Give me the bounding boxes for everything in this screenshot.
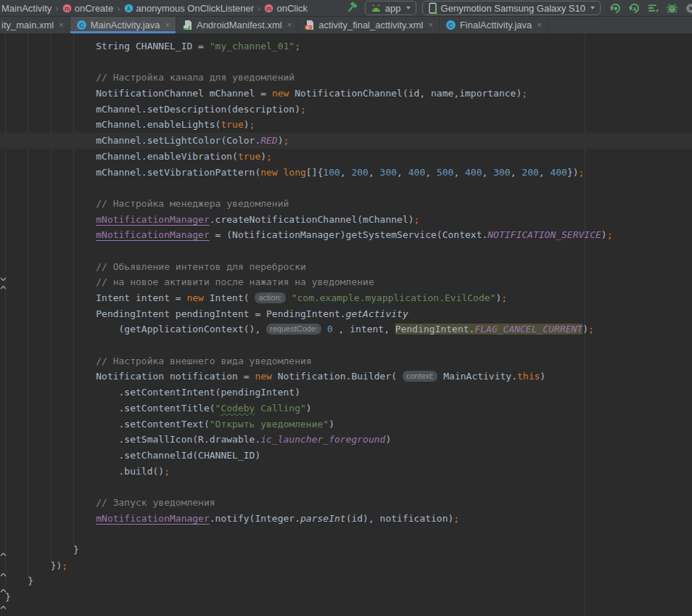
anonymous-class-icon: λ [124, 4, 133, 13]
breadcrumb-label: onClick [276, 3, 308, 14]
svg-text:λ: λ [126, 4, 131, 12]
svg-text:C: C [79, 22, 84, 29]
code-line[interactable]: } [5, 542, 692, 558]
code-line[interactable]: mNotificationManager.notify(Integer.pars… [5, 511, 692, 527]
chevron-down-icon [406, 7, 411, 9]
tab-activity_final_acttivity.xml[interactable]: activity_final_acttivity.xml× [298, 17, 440, 33]
main-toolbar: MainActivity›monCreate›λanonymous OnClic… [0, 0, 692, 17]
run-config-label: app [385, 3, 401, 14]
tab-MainActivity.java[interactable]: CMainActivity.java× [70, 17, 176, 33]
code-line[interactable]: // Обьявление интентов для переброски [5, 259, 692, 275]
apply-code-changes-icon[interactable]: A [628, 2, 640, 15]
code-line[interactable] [5, 479, 692, 495]
code-line[interactable]: // на новое активити после нажатия на ув… [5, 274, 692, 290]
tab-label: activity_final_acttivity.xml [318, 20, 423, 30]
run-config-select[interactable]: app [365, 1, 416, 15]
svg-text:m: m [65, 4, 70, 12]
breadcrumb-label: onCreate [75, 3, 113, 14]
code-line[interactable]: }); [5, 558, 692, 574]
code-line[interactable]: PendingIntent pendingIntent = PendingInt… [5, 306, 692, 322]
close-icon[interactable]: × [165, 21, 170, 29]
parameter-hint: action: [255, 292, 285, 303]
code-line[interactable] [5, 180, 692, 196]
code-line[interactable]: mChannel.setDescription(description); [5, 102, 692, 118]
code-line[interactable]: mNotificationManager.createNotificationC… [5, 212, 692, 228]
code-line[interactable] [5, 54, 692, 70]
java-class-icon: C [445, 20, 456, 30]
code-line[interactable]: .build(); [5, 464, 692, 480]
svg-text:MF: MF [184, 25, 189, 29]
code-line[interactable]: // Настройка внешнего вида уведомления [5, 353, 692, 369]
breadcrumb-label: anonymous OnClickListener [136, 3, 255, 14]
fold-marker-icon[interactable] [0, 546, 7, 551]
parameter-hint: context: [403, 371, 438, 382]
svg-text:C: C [448, 22, 453, 29]
code-line[interactable] [5, 526, 692, 542]
fold-marker-icon[interactable] [0, 271, 7, 276]
breadcrumb-separator: › [257, 3, 261, 14]
fold-marker-icon[interactable] [0, 583, 7, 587]
editor[interactable]: String CHANNEL_ID = "my_channel_01"; // … [0, 33, 692, 616]
tab-label: ity_main.xml [1, 20, 54, 30]
java-class-icon: C [76, 20, 87, 30]
code-line[interactable]: (getApplicationContext(), requestCode: 0… [5, 321, 692, 337]
code-line[interactable] [5, 243, 692, 259]
code-line[interactable]: NotificationChannel mChannel = new Notif… [5, 86, 692, 102]
breadcrumb-item[interactable]: λanonymous OnClickListener [124, 3, 255, 14]
code-line[interactable]: .setSmallIcon(R.drawable.ic_launcher_for… [5, 432, 692, 448]
phone-icon [428, 2, 437, 15]
apply-changes-restart-icon[interactable] [609, 2, 622, 15]
fold-marker-icon[interactable] [0, 599, 7, 604]
code-line[interactable]: Notification notification = new Notifica… [5, 369, 692, 385]
code-line[interactable]: .setContentTitle("Codeby Calling") [5, 401, 692, 416]
code-line[interactable]: mChannel.enableLights(true); [5, 117, 692, 133]
code-line[interactable]: } [5, 573, 692, 589]
code-line[interactable]: // Настройка менеджера уведомлений [5, 196, 692, 212]
code-line[interactable] [5, 337, 692, 353]
breadcrumb-separator: › [116, 3, 120, 14]
code-line[interactable]: } [5, 589, 692, 605]
build-hammer-icon[interactable] [345, 1, 359, 15]
close-icon[interactable]: × [428, 21, 432, 29]
breadcrumb-item[interactable]: monCreate [62, 3, 113, 14]
attach-debugger-icon[interactable] [685, 2, 692, 15]
method-icon: m [264, 4, 273, 13]
fold-marker-icon[interactable] [0, 279, 7, 284]
tab-label: FinalActtivity.java [460, 20, 532, 30]
code-line[interactable]: mChannel.setVibrationPattern(new long[]{… [5, 165, 692, 181]
code-line[interactable]: Intent intent = new Intent( action: "com… [5, 290, 692, 306]
tab-ity_main.xml[interactable]: ity_main.xml× [0, 17, 70, 33]
editor-tabs: ity_main.xml×CMainActivity.java×MFAndroi… [0, 17, 692, 33]
toolbar-actions: A [609, 2, 692, 15]
code-line[interactable]: .setContentText("Открыть уведомление") [5, 416, 692, 432]
tab-label: AndroidManifest.xml [197, 20, 282, 30]
tab-AndroidManifest.xml[interactable]: MFAndroidManifest.xml× [176, 17, 298, 33]
chevron-down-icon [590, 7, 595, 9]
code-area[interactable]: String CHANNEL_ID = "my_channel_01"; // … [5, 38, 692, 605]
close-icon[interactable]: × [537, 21, 541, 29]
device-label: Genymotion Samsung Galaxy S10 [441, 3, 585, 14]
close-icon[interactable]: × [59, 21, 63, 29]
android-icon [371, 4, 382, 12]
close-icon[interactable]: × [287, 21, 292, 29]
breadcrumb-label: MainActivity [1, 3, 52, 14]
profiler-icon[interactable] [647, 2, 659, 15]
code-line[interactable]: // Настройка канала для уведомлений [5, 70, 692, 86]
breadcrumb-separator: › [54, 3, 59, 14]
code-line[interactable]: mNotificationManager = (NotificationMana… [5, 227, 692, 243]
fold-marker-icon[interactable] [0, 567, 7, 571]
toolbar-right: app Genymotion Samsung Galaxy S10 A [345, 1, 692, 15]
tab-FinalActtivity.java[interactable]: CFinalActtivity.java× [440, 17, 548, 33]
code-line[interactable]: mChannel.setLightColor(Color.RED); [0, 133, 692, 149]
code-line[interactable]: .setChannelId(CHANNEL_ID) [5, 448, 692, 464]
code-line[interactable]: String CHANNEL_ID = "my_channel_01"; [5, 38, 692, 54]
breadcrumb-item[interactable]: MainActivity [1, 3, 52, 14]
code-line[interactable]: mChannel.enableVibration(true); [5, 149, 692, 165]
code-line[interactable]: .setContentIntent(pendingIntent) [5, 385, 692, 401]
code-line[interactable]: // Запуск уведомления [5, 495, 692, 511]
debug-icon[interactable] [666, 2, 678, 15]
breadcrumb-item[interactable]: monClick [264, 3, 308, 14]
device-select[interactable]: Genymotion Samsung Galaxy S10 [422, 1, 601, 15]
method-icon: m [62, 4, 72, 13]
breadcrumb: MainActivity›monCreate›λanonymous OnClic… [1, 3, 308, 14]
